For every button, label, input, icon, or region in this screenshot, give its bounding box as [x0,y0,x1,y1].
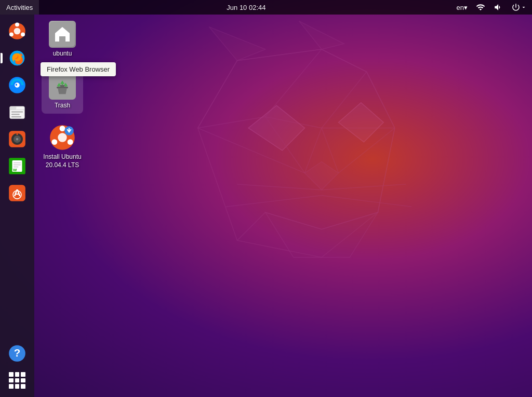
desktop-icons: ubuntu Trash [42,21,83,169]
app-grid-icon [5,368,30,393]
power-icon [511,3,521,12]
dock-item-firefox[interactable] [5,46,30,71]
ubuntu-logo-icon [7,21,27,41]
desktop-icon-ubuntu-home[interactable]: ubuntu [42,21,83,58]
dock-item-help[interactable]: ? [5,341,30,366]
svg-point-36 [16,84,17,86]
help-icon: ? [7,344,27,363]
svg-text:W: W [13,168,17,172]
svg-point-65 [60,126,65,131]
svg-point-33 [9,32,14,36]
dock-item-appstore[interactable]: A [5,181,30,206]
power-indicator[interactable] [508,0,530,15]
topbar-center: Jun 10 02:44 [39,4,453,11]
svg-text:?: ? [14,347,21,359]
svg-point-66 [68,139,73,145]
svg-rect-50 [14,165,21,166]
svg-point-31 [15,22,19,26]
install-ubuntu-icon-img [49,124,76,151]
datetime-display: Jun 10 02:44 [227,4,265,11]
install-ubuntu-label: Install Ubuntu20.04.4 LTS [43,153,81,169]
files-icon [7,102,27,122]
language-indicator[interactable]: en▾ [454,0,471,15]
rhythmbox-icon [7,129,27,149]
svg-rect-51 [14,167,19,168]
svg-marker-0 [209,27,265,61]
svg-text:A: A [14,187,21,198]
svg-rect-61 [57,87,68,88]
svg-rect-38 [10,106,17,109]
activities-label: Activities [6,4,33,11]
topbar-right: en▾ [454,0,532,15]
dock-item-rhythmbox[interactable] [5,127,30,152]
thunderbird-icon [7,75,27,95]
topbar: Activities Jun 10 02:44 en▾ [0,0,532,15]
desktop: Activities Jun 10 02:44 en▾ [0,0,532,397]
svg-rect-62 [60,85,65,86]
trash-icon-img [49,73,76,100]
dock-item-app-grid[interactable] [5,368,30,393]
ubuntu-home-label: ubuntu [53,50,72,58]
svg-rect-39 [11,111,23,112]
appstore-icon: A [7,183,27,203]
install-ubuntu-icon [49,124,76,151]
activities-button[interactable]: Activities [0,0,39,15]
svg-point-32 [21,32,25,36]
desktop-icon-install-ubuntu[interactable]: Install Ubuntu20.04.4 LTS [42,124,83,169]
svg-rect-40 [11,114,20,115]
dock: W A ? [0,15,34,397]
libreoffice-icon: W [7,156,27,176]
trash-label: Trash [55,102,70,110]
svg-point-46 [16,133,18,135]
home-icon [50,22,75,47]
svg-point-67 [51,139,57,145]
dock-item-files[interactable] [5,100,30,125]
firefox-tooltip: Firefox Web Browser [41,62,116,76]
volume-icon [494,3,503,12]
chevron-down-icon [521,4,527,10]
dock-item-ubuntu[interactable] [5,19,30,44]
ubuntu-home-icon-img [49,21,76,48]
svg-point-30 [14,28,21,35]
dock-item-libreoffice[interactable]: W [5,154,30,179]
svg-rect-41 [11,116,21,117]
network-icon [476,3,485,12]
volume-indicator[interactable] [490,0,506,15]
svg-point-45 [16,138,19,141]
dock-item-thunderbird[interactable] [5,73,30,98]
svg-rect-49 [14,162,21,163]
trash-icon [49,73,76,100]
svg-rect-59 [60,36,64,42]
network-indicator[interactable] [473,0,488,15]
cat-illustration [153,16,490,353]
firefox-icon [7,48,27,68]
svg-marker-1 [299,21,344,49]
svg-point-64 [58,133,66,142]
